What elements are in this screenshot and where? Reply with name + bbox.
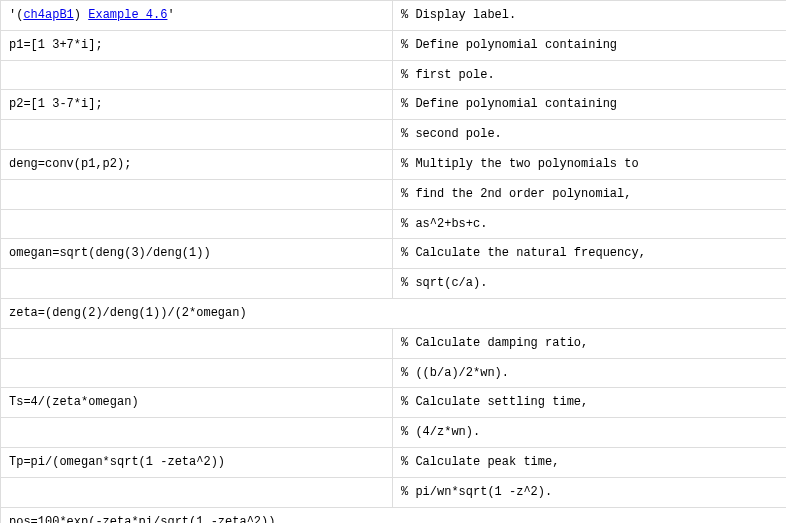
- comment-cell: % find the 2nd order polynomial,: [393, 179, 787, 209]
- code-cell: '(ch4apB1) Example 4.6': [1, 1, 393, 31]
- table-row: % sqrt(c/a).: [1, 269, 787, 299]
- table-row: Tp=pi/(omegan*sqrt(1 -zeta^2))% Calculat…: [1, 447, 787, 477]
- comment-cell: % ((b/a)/2*wn).: [393, 358, 787, 388]
- comment-cell: % Display label.: [393, 1, 787, 31]
- link-example-4-6[interactable]: Example 4.6: [88, 8, 167, 22]
- comment-cell: % Define polynomial containing: [393, 90, 787, 120]
- comment-cell: % Calculate peak time,: [393, 447, 787, 477]
- table-row: Ts=4/(zeta*omegan)% Calculate settling t…: [1, 388, 787, 418]
- code-cell: [1, 209, 393, 239]
- table-row: '(ch4apB1) Example 4.6' % Display label.: [1, 1, 787, 31]
- table-row: p1=[1 3+7*i];% Define polynomial contain…: [1, 30, 787, 60]
- code-cell: [1, 358, 393, 388]
- table-row: omegan=sqrt(deng(3)/deng(1))% Calculate …: [1, 239, 787, 269]
- code-cell: [1, 269, 393, 299]
- table-row: % first pole.: [1, 60, 787, 90]
- table-row: pos=100*exp(-zeta*pi/sqrt(1 -zeta^2)): [1, 507, 787, 523]
- code-cell: omegan=sqrt(deng(3)/deng(1)): [1, 239, 393, 269]
- comment-cell: % second pole.: [393, 120, 787, 150]
- code-cell: Tp=pi/(omegan*sqrt(1 -zeta^2)): [1, 447, 393, 477]
- table-row: % Calculate damping ratio,: [1, 328, 787, 358]
- table-row: % ((b/a)/2*wn).: [1, 358, 787, 388]
- comment-cell: % pi/wn*sqrt(1 -z^2).: [393, 477, 787, 507]
- comment-cell: % (4/z*wn).: [393, 418, 787, 448]
- table-row: % second pole.: [1, 120, 787, 150]
- code-cell: [1, 179, 393, 209]
- table-row: deng=conv(p1,p2);% Multiply the two poly…: [1, 149, 787, 179]
- code-cell: [1, 60, 393, 90]
- table-row: p2=[1 3-7*i];% Define polynomial contain…: [1, 90, 787, 120]
- comment-cell: % first pole.: [393, 60, 787, 90]
- code-cell: [1, 328, 393, 358]
- code-cell-span: zeta=(deng(2)/deng(1))/(2*omegan): [1, 298, 787, 328]
- code-cell: [1, 477, 393, 507]
- link-ch4apB1[interactable]: ch4apB1: [23, 8, 73, 22]
- comment-cell: % Define polynomial containing: [393, 30, 787, 60]
- table-row: % (4/z*wn).: [1, 418, 787, 448]
- code-cell-span: pos=100*exp(-zeta*pi/sqrt(1 -zeta^2)): [1, 507, 787, 523]
- code-cell: p1=[1 3+7*i];: [1, 30, 393, 60]
- code-table: '(ch4apB1) Example 4.6' % Display label.…: [0, 0, 786, 523]
- code-cell: Ts=4/(zeta*omegan): [1, 388, 393, 418]
- comment-cell: % sqrt(c/a).: [393, 269, 787, 299]
- table-row: % pi/wn*sqrt(1 -z^2).: [1, 477, 787, 507]
- comment-cell: % Calculate settling time,: [393, 388, 787, 418]
- table-row: zeta=(deng(2)/deng(1))/(2*omegan): [1, 298, 787, 328]
- table-row: % as^2+bs+c.: [1, 209, 787, 239]
- comment-cell: % Calculate damping ratio,: [393, 328, 787, 358]
- comment-cell: % Calculate the natural frequency,: [393, 239, 787, 269]
- comment-cell: % Multiply the two polynomials to: [393, 149, 787, 179]
- code-cell: deng=conv(p1,p2);: [1, 149, 393, 179]
- code-cell: [1, 120, 393, 150]
- code-cell: [1, 418, 393, 448]
- code-cell: p2=[1 3-7*i];: [1, 90, 393, 120]
- comment-cell: % as^2+bs+c.: [393, 209, 787, 239]
- table-row: % find the 2nd order polynomial,: [1, 179, 787, 209]
